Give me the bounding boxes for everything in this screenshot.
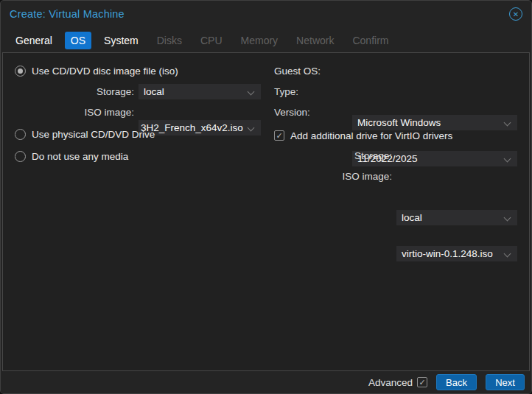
close-icon[interactable]: ✕ — [509, 7, 522, 21]
tab-system[interactable]: System — [98, 32, 144, 49]
os-tab-panel: Use CD/DVD disc image file (iso) Storage… — [2, 52, 530, 371]
virtio-storage-select[interactable]: local — [396, 210, 517, 225]
advanced-label: Advanced — [368, 377, 413, 388]
virtio-storage-label: Storage: — [274, 150, 392, 161]
storage-label: Storage: — [25, 86, 134, 97]
radio-use-cdrom-image[interactable] — [15, 66, 26, 77]
guest-type-select-value: Microsoft Windows — [353, 117, 441, 128]
iso-image-label: ISO image: — [25, 107, 134, 118]
virtio-drivers-label: Add additional drive for VirtIO drivers — [290, 130, 452, 141]
radio-physical-cdrom-label: Use physical CD/DVD Drive — [32, 129, 155, 140]
tab-os[interactable]: OS — [65, 32, 91, 49]
guest-type-label: Type: — [274, 86, 340, 97]
iso-image-select[interactable]: 3H2_French_x64v2.iso — [139, 120, 261, 136]
radio-row-physical-cdrom: Use physical CD/DVD Drive — [15, 127, 155, 141]
back-button[interactable]: Back — [436, 374, 477, 390]
chevron-down-icon — [248, 89, 255, 96]
virtio-iso-label: ISO image: — [274, 171, 392, 182]
dialog-titlebar: Create: Virtual Machine ✕ — [1, 1, 531, 27]
tab-cpu: CPU — [195, 32, 228, 49]
tab-memory: Memory — [235, 32, 284, 49]
chevron-down-icon — [504, 251, 511, 258]
virtio-iso-select[interactable]: virtio-win-0.1.248.iso — [396, 246, 517, 261]
storage-select-value: local — [139, 86, 164, 97]
advanced-checkbox[interactable]: ✓ — [417, 377, 427, 387]
create-vm-dialog: Create: Virtual Machine ✕ General OS Sys… — [0, 0, 532, 394]
radio-use-cdrom-image-label: Use CD/DVD disc image file (iso) — [32, 66, 178, 77]
storage-select[interactable]: local — [139, 84, 261, 99]
check-icon: ✓ — [276, 132, 282, 140]
guest-type-select[interactable]: Microsoft Windows — [352, 115, 517, 130]
tab-confirm: Confirm — [346, 32, 394, 49]
check-icon: ✓ — [419, 379, 425, 387]
chevron-down-icon — [248, 125, 255, 133]
radio-row-no-media: Do not use any media — [15, 149, 128, 163]
radio-physical-cdrom[interactable] — [15, 129, 26, 140]
virtio-drivers-row: ✓ Add additional drive for VirtIO driver… — [274, 129, 452, 142]
chevron-down-icon — [504, 215, 511, 222]
wizard-tab-bar: General OS System Disks CPU Memory Netwo… — [10, 30, 401, 51]
chevron-down-icon — [504, 156, 511, 163]
next-button[interactable]: Next — [486, 374, 525, 390]
tab-disks: Disks — [151, 32, 188, 49]
tab-general[interactable]: General — [10, 32, 58, 49]
chevron-down-icon — [504, 120, 511, 127]
dialog-title: Create: Virtual Machine — [10, 8, 125, 20]
radio-no-media-label: Do not use any media — [32, 151, 128, 162]
virtio-iso-select-value: virtio-win-0.1.248.iso — [397, 248, 493, 259]
tab-network: Network — [290, 32, 340, 49]
guest-os-heading: Guest OS: — [274, 66, 321, 77]
radio-row-cdrom-image: Use CD/DVD disc image file (iso) — [15, 64, 178, 77]
virtio-drivers-checkbox[interactable]: ✓ — [274, 130, 284, 141]
radio-no-media[interactable] — [15, 151, 26, 162]
guest-version-label: Version: — [274, 107, 340, 118]
virtio-storage-select-value: local — [397, 212, 422, 223]
dialog-footer: Advanced ✓ Back Next — [1, 371, 531, 393]
